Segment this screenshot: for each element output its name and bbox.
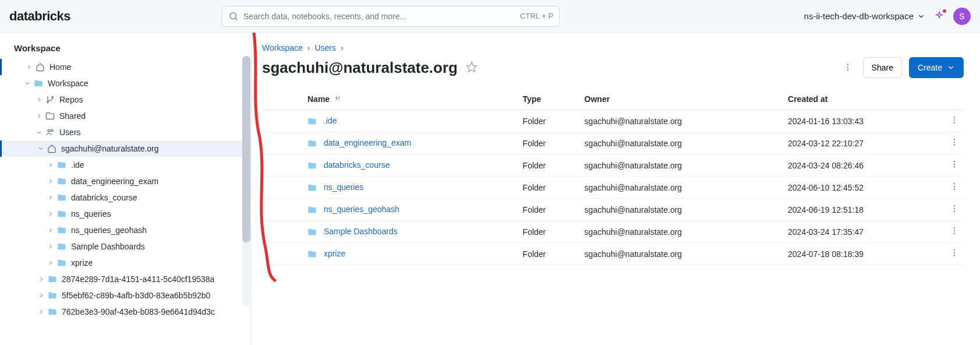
row-type: Folder [518,154,580,177]
col-owner[interactable]: Owner [580,89,783,110]
col-name[interactable]: Name [303,89,518,110]
row-menu[interactable] [945,132,964,154]
table-row[interactable]: Sample DashboardsFoldersgachuhi@naturals… [262,221,964,243]
row-type: Folder [518,132,580,154]
col-created[interactable]: Created at [783,89,945,110]
global-search[interactable]: CTRL + P [222,6,560,27]
breadcrumb-workspace[interactable]: Workspace [262,43,303,52]
tree-repos[interactable]: Repos [0,91,251,108]
svg-point-15 [954,145,955,146]
svg-point-12 [954,122,955,124]
sidebar-title: Workspace [0,40,251,59]
row-name[interactable]: .ide [303,110,518,132]
tree-item[interactable]: Sample Dashboards [0,238,251,255]
main: Workspace Home Workspace Repos Shared [0,33,980,345]
svg-point-13 [954,139,955,140]
tree-item[interactable]: ns_queries_geohash [0,222,251,238]
scroll-thumb[interactable] [242,56,250,242]
row-type: Folder [518,243,580,265]
row-menu[interactable] [945,243,964,265]
tree-item[interactable]: databricks_course [0,189,251,206]
share-button[interactable]: Share [863,57,902,78]
table-row[interactable]: data_engineering_examFoldersgachuhi@natu… [262,132,964,154]
tree-users[interactable]: Users [0,124,251,140]
table-row[interactable]: ns_queries_geohashFoldersgachuhi@natural… [262,199,964,221]
search-input[interactable] [243,12,520,21]
tree-item[interactable]: 762be3e3-90af-43eb-b083-9e6641d94d3c [0,304,251,320]
folder-icon [307,205,317,214]
chevron-down-icon [917,12,925,20]
chevron-right-icon [37,275,45,283]
tree-label: 762be3e3-90af-43eb-b083-9e6641d94d3c [62,307,215,316]
topbar-right: ns-ii-tech-dev-db-workspace S [804,8,971,25]
row-name[interactable]: Sample Dashboards [303,221,518,243]
row-menu[interactable] [945,154,964,177]
tree-item[interactable]: xprize [0,255,251,271]
breadcrumb-users[interactable]: Users [314,43,336,52]
row-owner: sgachuhi@naturalstate.org [580,221,783,243]
table-row[interactable]: databricks_courseFoldersgachuhi@naturals… [262,154,964,177]
row-name[interactable]: data_engineering_exam [303,132,518,154]
logo: databricks [9,9,70,24]
col-type[interactable]: Type [518,89,580,110]
assistant-icon[interactable] [933,10,945,22]
tree-item[interactable]: ns_queries [0,206,251,222]
tree-item[interactable]: 2874e289-7d1a-4151-a411-5c40cf19538a [0,271,251,287]
table-row[interactable]: ns_queriesFoldersgachuhi@naturalstate.or… [262,177,964,199]
row-type: Folder [518,199,580,221]
row-menu[interactable] [945,177,964,199]
row-created: 2024-06-19 12:51:18 [783,199,945,221]
folder-icon [57,193,66,202]
chevron-right-icon [47,242,55,251]
folder-icon [307,249,317,259]
row-name[interactable]: xprize [303,243,518,265]
kebab-icon [950,161,959,171]
svg-point-5 [51,129,53,131]
tree-label: databricks_course [71,193,137,202]
row-menu[interactable] [945,110,964,132]
home-icon [47,144,56,153]
row-menu[interactable] [945,221,964,243]
create-button[interactable]: Create [909,57,964,78]
row-name[interactable]: ns_queries_geohash [303,199,518,221]
kebab-icon [950,228,959,237]
chevron-right-icon [47,259,55,267]
tree-label: ns_queries [71,209,111,219]
tree-label: 2874e289-7d1a-4151-a411-5c40cf19538a [62,274,214,284]
kebab-icon [950,184,959,193]
svg-point-25 [954,227,955,228]
chevron-right-icon [26,64,33,71]
folder-icon [57,258,66,267]
table-row[interactable]: xprizeFoldersgachuhi@naturalstate.org202… [262,243,964,265]
tree-home[interactable]: Home [0,59,251,75]
svg-point-27 [954,233,955,234]
row-name[interactable]: databricks_course [303,154,518,177]
chevron-right-icon [37,291,45,300]
svg-point-11 [954,119,955,121]
tree-item[interactable]: .ide [0,157,251,173]
folder-icon [307,227,317,237]
tree-item[interactable]: data_engineering_exam [0,173,251,189]
row-menu[interactable] [945,199,964,221]
star-icon[interactable] [466,61,477,75]
chevron-down-icon [24,80,31,87]
sidebar-scrollbar[interactable] [242,56,250,307]
row-name[interactable]: ns_queries [303,177,518,199]
workspace-switcher[interactable]: ns-ii-tech-dev-db-workspace [804,11,925,21]
tree-label: Repos [59,95,83,104]
row-created: 2024-07-18 08:18:39 [783,243,945,265]
svg-marker-6 [467,62,477,72]
tree-workspace[interactable]: Workspace [0,75,251,91]
tree-label: Sample Dashboards [71,242,145,251]
table-row[interactable]: .ideFoldersgachuhi@naturalstate.org2024-… [262,110,964,132]
chevron-right-icon [47,210,55,218]
avatar[interactable]: S [953,8,971,25]
row-created: 2024-06-10 12:45:52 [783,177,945,199]
tree-current-user[interactable]: sgachuhi@naturalstate.org [0,140,251,157]
folder-shared-icon [45,111,55,121]
tree-shared[interactable]: Shared [0,108,251,124]
svg-point-9 [847,69,848,70]
sidebar: Workspace Home Workspace Repos Shared [0,33,252,345]
tree-item[interactable]: 5f5ebf62-c89b-4afb-b3d0-83ea6b5b92b0 [0,287,251,304]
more-menu[interactable] [840,59,856,77]
